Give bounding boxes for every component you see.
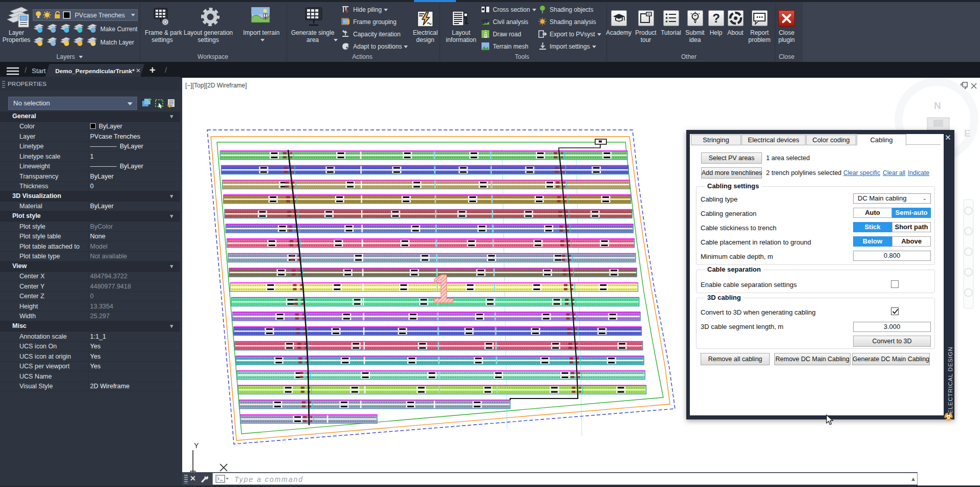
svg-text:1: 1	[431, 266, 454, 312]
svg-text:E: E	[964, 128, 971, 139]
svg-text:[−][Top][2D Wireframe]: [−][Top][2D Wireframe]	[185, 82, 247, 89]
svg-text:Y: Y	[194, 441, 199, 450]
svg-text:N: N	[934, 100, 941, 111]
